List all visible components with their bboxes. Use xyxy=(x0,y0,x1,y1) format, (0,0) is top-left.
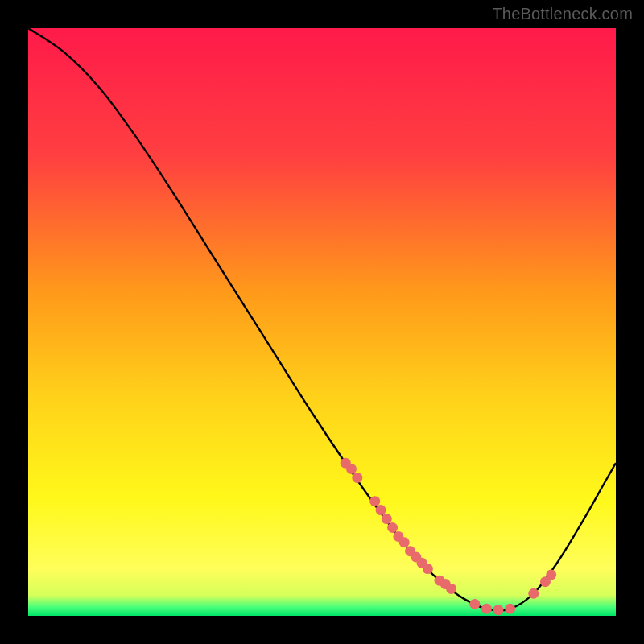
data-dot xyxy=(481,604,492,614)
data-dot xyxy=(469,599,480,609)
data-dot xyxy=(505,604,515,614)
chart-svg xyxy=(28,28,616,616)
data-dot xyxy=(546,569,556,580)
plot-area xyxy=(28,28,616,616)
data-dot xyxy=(376,505,386,515)
data-dot xyxy=(446,584,456,594)
watermark-text: TheBottleneck.com xyxy=(492,5,633,23)
data-dot xyxy=(399,537,410,547)
data-dot xyxy=(382,514,392,524)
data-dot xyxy=(352,473,362,483)
data-dot xyxy=(528,588,539,599)
data-dot xyxy=(387,522,398,533)
data-dot xyxy=(369,496,380,506)
data-dot xyxy=(493,605,504,615)
data-dot xyxy=(423,564,433,574)
data-dot xyxy=(346,464,357,474)
gradient-background xyxy=(28,28,616,616)
chart-frame: TheBottleneck.com xyxy=(0,0,644,644)
